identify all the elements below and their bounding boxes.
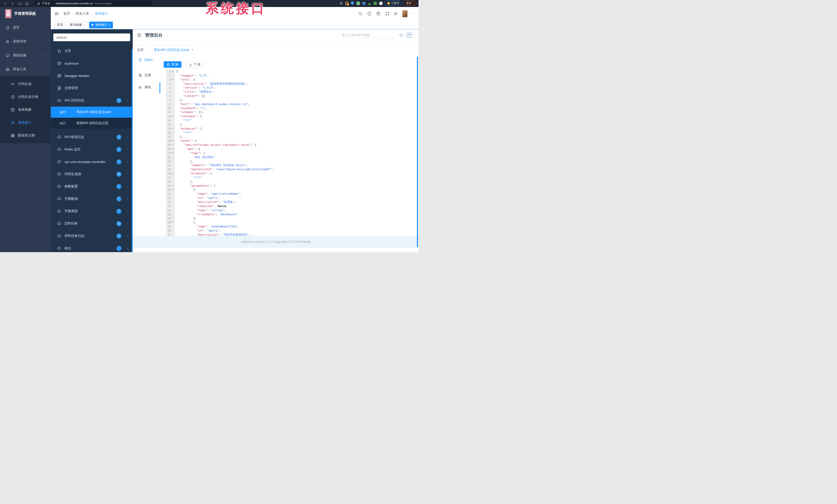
line-number[interactable]: 26 (166, 171, 171, 176)
line-number[interactable]: 37 (166, 216, 171, 221)
help-icon[interactable] (376, 12, 380, 16)
line-number[interactable]: 34 (166, 204, 171, 208)
line-number[interactable]: 30 (166, 188, 171, 192)
api-group-select[interactable]: default (53, 34, 130, 41)
line-number[interactable]: 1 (166, 70, 171, 74)
close-icon[interactable]: × (109, 23, 110, 26)
swagger-nav-2[interactable]: Swagger Models (51, 70, 133, 82)
line-number[interactable]: 16 (166, 131, 171, 135)
api-group-8[interactable]: 定时任务 10 (51, 217, 133, 230)
fold-icon[interactable]: ▼ (171, 171, 175, 176)
line-number[interactable]: 5 (166, 86, 171, 90)
line-number[interactable]: 35 (166, 208, 171, 212)
tag-2[interactable]: 系统接口 × (89, 22, 113, 28)
line-number[interactable]: 2 (166, 74, 171, 78)
copy-button[interactable]: 复 制 (164, 61, 181, 68)
close-icon[interactable]: × (192, 48, 194, 52)
forward-icon[interactable] (11, 2, 14, 5)
line-number[interactable]: 33 (166, 200, 171, 204)
line-number[interactable]: 40 (166, 229, 171, 233)
fold-icon[interactable]: ▼ (171, 184, 175, 188)
line-number[interactable]: 23 (166, 160, 171, 164)
code-editor[interactable]: 1 ▼ { 2 "swagger": "2.0", 3 ▼ "info": { … (166, 70, 331, 236)
sidebar-subitem-4[interactable]: 数据库文档 (0, 129, 51, 142)
api-endpoint-0[interactable]: GET 导出API 访问日志 Excel (51, 107, 133, 118)
sidebar-subitem-0[interactable]: 代码生成 (0, 77, 51, 90)
font-size-icon[interactable] (394, 11, 397, 16)
back-icon[interactable] (3, 2, 7, 5)
mini-menu-Open[interactable]: Open (138, 58, 153, 61)
fold-icon[interactable]: ▼ (171, 127, 175, 131)
mini-menu-文档[interactable]: 文档 (138, 73, 151, 77)
line-number[interactable]: 6 (166, 90, 171, 94)
tag-0[interactable]: 首页 (55, 22, 66, 28)
api-group-5[interactable]: 参数配置 7 (51, 180, 133, 193)
api-group-6[interactable]: 字典数据 7 (51, 193, 133, 205)
download-button[interactable]: 下 载 (186, 61, 203, 68)
extension-icon-3[interactable] (356, 2, 360, 5)
api-group-9[interactable]: 定时任务日志 4 (51, 230, 133, 242)
line-number[interactable]: 25 (166, 167, 171, 171)
breadcrumb-item[interactable]: 首页 (64, 11, 70, 16)
fold-icon[interactable]: ▼ (171, 139, 175, 143)
language-switch-icon[interactable]: 中 (407, 33, 412, 38)
user-avatar[interactable] (402, 10, 407, 17)
doc-search-icon[interactable] (399, 33, 403, 37)
fold-icon[interactable]: ▼ (171, 151, 175, 155)
api-group-0[interactable]: API 访问日志 2 (51, 94, 133, 107)
fold-icon[interactable]: ▼ (171, 78, 175, 82)
line-number[interactable]: 31 (166, 192, 171, 196)
line-number[interactable]: 24 (166, 163, 171, 167)
mini-menu-调试[interactable]: 调试 (138, 85, 151, 90)
line-number[interactable]: 11 (166, 110, 171, 114)
line-number[interactable]: 28 (166, 180, 171, 184)
line-number[interactable]: 12 (166, 114, 171, 118)
doc-search-input[interactable] (341, 32, 395, 38)
close-icon[interactable]: × (84, 23, 85, 26)
fold-icon[interactable]: ▼ (171, 147, 175, 151)
line-number[interactable]: 19 (166, 143, 171, 147)
breadcrumb-item[interactable]: 系统接口 (94, 11, 108, 16)
avatar-caret-icon[interactable] (412, 12, 415, 15)
line-number[interactable]: 20 (166, 147, 171, 151)
line-number[interactable]: 21 (166, 151, 171, 155)
api-group-2[interactable]: Redis 监控 2 (51, 143, 133, 155)
github-icon[interactable] (367, 12, 371, 16)
line-number[interactable]: 36 (166, 212, 171, 217)
breadcrumb-item[interactable]: 研发工具 (76, 11, 89, 16)
fold-icon[interactable]: ▼ (171, 143, 175, 147)
extension-icon-7[interactable] (379, 2, 383, 5)
fullscreen-icon[interactable] (385, 12, 389, 16)
api-group-4[interactable]: 代码生成器 11 (51, 168, 133, 180)
line-number[interactable]: 4 (166, 82, 171, 86)
line-number[interactable]: 10 (166, 106, 171, 111)
paused-indicator[interactable]: 已暂停 (385, 1, 402, 6)
reload-icon[interactable] (18, 2, 22, 5)
line-number[interactable]: 29 (166, 184, 171, 188)
sidebar-item-3[interactable]: 研发工具 (0, 62, 51, 76)
fold-icon[interactable]: ▼ (171, 70, 175, 74)
line-number[interactable]: 18 (166, 139, 171, 143)
sidebar-subitem-2[interactable]: 表单构建 (0, 103, 51, 116)
api-group-1[interactable]: API 错误日志 3 (51, 131, 133, 143)
sidebar-item-2[interactable]: 基础设施 (0, 49, 51, 62)
sidebar-subitem-3[interactable]: 系统接口 (0, 116, 51, 129)
swagger-nav-3[interactable]: 文档管理 (51, 82, 133, 94)
line-number[interactable]: 3 (166, 78, 171, 82)
line-number[interactable]: 17 (166, 135, 171, 139)
app-logo[interactable]: 芋道管理系统 (0, 7, 51, 21)
line-number[interactable]: 27 (166, 176, 171, 180)
api-group-3[interactable]: sys-sms-template-controller 7 (51, 155, 133, 168)
line-number[interactable]: 39 (166, 225, 171, 229)
security-label[interactable]: 不安全 (42, 2, 50, 5)
sidebar-item-1[interactable]: 系统管理 (0, 35, 51, 49)
extension-icon-4[interactable] (362, 2, 366, 5)
line-number[interactable]: 14 (166, 123, 171, 127)
sidebar-subitem-1[interactable]: 代码生成示例 (0, 90, 51, 103)
line-number[interactable]: 15 (166, 127, 171, 131)
address-bar[interactable]: 不安全 dashboard.yudao.iocoder.cn/tool/swag… (35, 1, 152, 6)
sidebar-item-0[interactable]: 首页 (0, 21, 51, 35)
extension-icon-6[interactable] (373, 2, 377, 5)
api-group-7[interactable]: 字典类型 7 (51, 205, 133, 217)
line-number[interactable]: 13 (166, 118, 171, 123)
